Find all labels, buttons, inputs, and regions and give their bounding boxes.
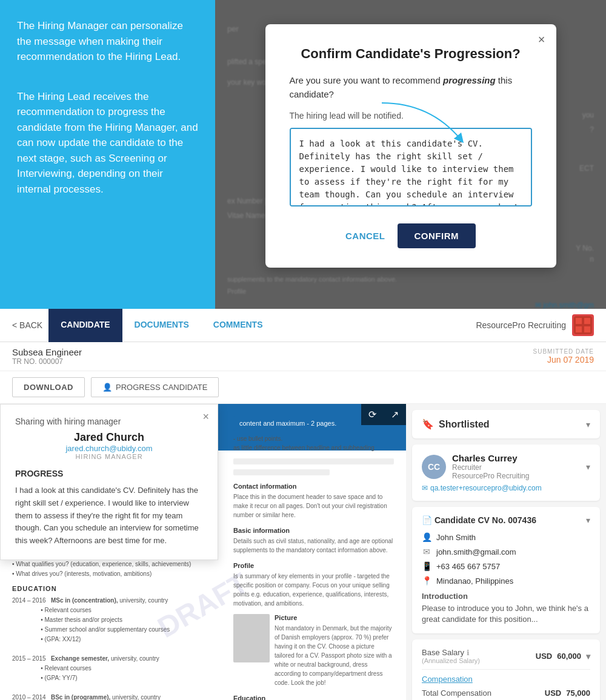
intro-section: Introduction Please to introduce you to … <box>422 592 590 625</box>
cv-card-chevron-icon[interactable]: ▾ <box>586 515 590 525</box>
svg-rect-4 <box>584 326 590 332</box>
candidate-name-detail: 👤 John Smith <box>422 532 590 542</box>
base-salary-label-group: Base Salary ℹ (Annualized Salary) <box>422 648 480 664</box>
location-icon: 📍 <box>422 576 431 586</box>
info-icon: ℹ <box>467 649 470 657</box>
sharing-title: Sharing with hiring manager <box>15 417 203 426</box>
job-title: Subsea Engineer <box>12 347 82 357</box>
nav-right: ResourcePro Recruiting <box>476 314 594 336</box>
tab-comments[interactable]: COMMENTS <box>201 309 275 342</box>
cv-toolbar: ⟳ ↗ <box>361 404 406 425</box>
candidate-cv-card: 📄 Candidate CV No. 007436 ▾ 👤 John Smith… <box>412 507 600 633</box>
modal-message-textarea[interactable] <box>290 128 532 206</box>
email-icon: ✉ <box>422 484 428 492</box>
submitted-label: SUBMITTED DATE <box>533 348 594 355</box>
phone-icon: 📱 <box>422 561 431 571</box>
base-salary-label: Base Salary ℹ <box>422 648 480 657</box>
submitted-date-section: SUBMITTED DATE Jun 07 2019 <box>533 348 594 365</box>
recruiter-card: CC Charles Currey Recruiter ResourcePro … <box>412 444 600 501</box>
cancel-button[interactable]: CANCEL <box>345 231 385 241</box>
base-salary-sub: (Annualized Salary) <box>422 657 480 664</box>
job-bar: Subsea Engineer TR NO. 000007 SUBMITTED … <box>0 342 606 371</box>
recruiter-details: Charles Currey Recruiter ResourcePro Rec… <box>452 453 529 480</box>
cv-card-header: 📄 Candidate CV No. 007436 ▾ <box>422 515 590 525</box>
nav-bar: < BACK CANDIDATE DOCUMENTS COMMENTS Reso… <box>0 309 606 342</box>
compensation-row: Compensation <box>422 675 590 684</box>
action-bar: DOWNLOAD 👤 PROGRESS CANDIDATE <box>0 371 606 404</box>
sharing-role: HIRING MANAGER <box>15 453 203 460</box>
total-compensation-label: Total Compensation <box>422 688 491 698</box>
svg-rect-2 <box>584 318 590 324</box>
annotation-text-2: The Hiring Lead receives the recommendat… <box>17 89 198 197</box>
recruiter-name: Charles Currey <box>452 453 529 463</box>
candidate-location-detail: 📍 Mindanao, Philippines <box>422 576 590 586</box>
tab-candidate[interactable]: CANDIDATE <box>48 309 122 342</box>
intro-text: Please to introduce you to John, we thin… <box>422 603 590 625</box>
sharing-name: Jared Church <box>15 431 203 444</box>
modal-overlay: × Confirm Candidate's Progression? Are y… <box>215 0 606 309</box>
recruiter-chevron-icon[interactable]: ▾ <box>586 462 590 472</box>
sharing-message-text: I had a look at this candidate's CV. Def… <box>15 484 203 547</box>
cv-card-title: 📄 Candidate CV No. 007436 <box>422 515 536 525</box>
document-icon: 📄 <box>422 515 435 525</box>
status-card: 🔖 Shortlisted ▾ <box>412 410 600 438</box>
modal-notify-text: The hiring lead will be notified. <box>290 111 532 121</box>
email-icon: ✉ <box>422 547 431 556</box>
right-sidebar: 🔖 Shortlisted ▾ CC Charles Currey Recrui… <box>406 404 606 700</box>
compensation-link[interactable]: Compensation <box>422 675 473 684</box>
left-annotation-panel: The Hiring Manager can personalize the m… <box>0 0 215 309</box>
candidate-email-detail: ✉ john.smith@gmail.com <box>422 547 590 556</box>
submitted-value: Jun 07 2019 <box>533 355 594 365</box>
person-icon: 👤 <box>422 532 431 542</box>
total-compensation-row: Total Compensation USD 75,000 <box>422 688 590 698</box>
annotation-text-1: The Hiring Manager can personalize the m… <box>17 18 198 65</box>
base-salary-row: Base Salary ℹ (Annualized Salary) USD 60… <box>422 648 590 664</box>
svg-rect-3 <box>576 326 582 332</box>
cv-external-link-button[interactable]: ↗ <box>384 404 406 425</box>
status-label: Shortlisted <box>439 419 490 430</box>
svg-rect-1 <box>576 318 582 324</box>
sharing-progress-label: PROGRESS <box>15 469 203 478</box>
tab-documents[interactable]: DOCUMENTS <box>122 309 201 342</box>
download-button[interactable]: DOWNLOAD <box>12 377 85 397</box>
candidate-phone-detail: 📱 +63 465 667 5757 <box>422 561 590 571</box>
recruiter-email: ✉ qa.tester+resourcepro@ubidy.com <box>422 484 590 492</box>
status-badge: 🔖 Shortlisted <box>422 418 490 430</box>
modal-body: Are you sure you want to recommend progr… <box>290 74 532 101</box>
progress-icon: 👤 <box>102 383 112 392</box>
job-ref: TR NO. 000007 <box>12 357 82 366</box>
main-content: CV Tem Curriculum Vitae (CV) • A CV is a… <box>0 404 606 700</box>
salary-card: Base Salary ℹ (Annualized Salary) USD 60… <box>412 639 600 700</box>
status-chevron-icon[interactable]: ▾ <box>586 420 590 429</box>
recruiter-avatar: CC <box>422 455 446 479</box>
sharing-close-button[interactable]: × <box>202 411 209 423</box>
modal-title: Confirm Candidate's Progression? <box>290 46 532 62</box>
recruiter-header: CC Charles Currey Recruiter ResourcePro … <box>422 453 590 480</box>
sharing-popup: × Sharing with hiring manager Jared Chur… <box>0 404 218 560</box>
cv-area: CV Tem Curriculum Vitae (CV) • A CV is a… <box>0 404 406 700</box>
total-compensation-amount: USD 75,000 <box>545 688 590 698</box>
confirm-button[interactable]: CONFIRM <box>398 223 476 248</box>
company-logo <box>572 314 594 336</box>
modal-actions: CANCEL CONFIRM <box>290 223 532 248</box>
right-demo-panel: per plifted a specific your key words yo… <box>215 0 606 309</box>
bookmark-icon: 🔖 <box>422 418 434 430</box>
cv-refresh-button[interactable]: ⟳ <box>361 404 384 425</box>
sharing-email: jared.church@ubidy.com <box>15 444 203 453</box>
back-button[interactable]: < BACK <box>12 320 42 330</box>
progress-candidate-button[interactable]: 👤 PROGRESS CANDIDATE <box>91 377 219 397</box>
intro-label: Introduction <box>422 592 590 601</box>
company-name: ResourcePro Recruiting <box>476 320 566 330</box>
recruiter-company: ResourcePro Recruiting <box>452 472 529 480</box>
recruiter-info: CC Charles Currey Recruiter ResourcePro … <box>422 453 529 480</box>
salary-divider <box>422 669 590 670</box>
modal-close-button[interactable]: × <box>538 33 545 47</box>
cv-right-content: content and maximum - 2 pages. - use bul… <box>221 404 406 700</box>
recruiter-title: Recruiter <box>452 463 529 472</box>
base-salary-chevron-icon[interactable]: ▾ <box>586 652 590 661</box>
job-info: Subsea Engineer TR NO. 000007 <box>12 347 82 366</box>
base-salary-amount: USD 60,000 ▾ <box>536 652 590 661</box>
confirm-modal: × Confirm Candidate's Progression? Are y… <box>265 24 556 268</box>
